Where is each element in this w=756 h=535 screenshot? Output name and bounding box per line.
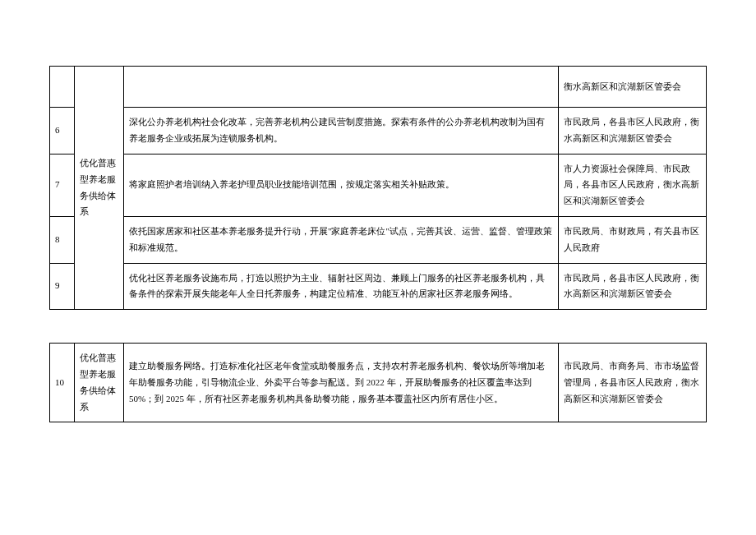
row-number: 8 bbox=[50, 216, 75, 263]
row-number: 10 bbox=[50, 344, 75, 422]
policy-table-2: 10 优化普惠型养老服务供给体系 建立助餐服务网络。打造标准化社区老年食堂或助餐… bbox=[49, 343, 707, 422]
dept-cell: 衡水高新区和滨湖新区管委会 bbox=[559, 67, 707, 108]
dept-cell: 市民政局，各县市区人民政府，衡水高新区和滨湖新区管委会 bbox=[559, 263, 707, 310]
table-row: 7 将家庭照护者培训纳入养老护理员职业技能培训范围，按规定落实相关补贴政策。 市… bbox=[50, 154, 707, 216]
row-number bbox=[50, 67, 75, 108]
row-number: 7 bbox=[50, 154, 75, 216]
dept-cell: 市民政局，各县市区人民政府，衡水高新区和滨湖新区管委会 bbox=[559, 108, 707, 155]
content-cell: 将家庭照护者培训纳入养老护理员职业技能培训范围，按规定落实相关补贴政策。 bbox=[124, 154, 559, 216]
category-cell: 优化普惠型养老服务供给体系 bbox=[75, 67, 124, 310]
dept-cell: 市民政局、市商务局、市市场监督管理局，各县市区人民政府，衡水高新区和滨湖新区管委… bbox=[559, 344, 707, 422]
content-cell bbox=[124, 67, 559, 108]
content-cell: 依托国家居家和社区基本养老服务提升行动，开展"家庭养老床位"试点，完善其设、运营… bbox=[124, 216, 559, 263]
policy-table-1: 优化普惠型养老服务供给体系 衡水高新区和滨湖新区管委会 6 深化公办养老机构社会… bbox=[49, 66, 707, 310]
content-cell: 优化社区养老服务设施布局，打造以照护为主业、辐射社区周边、兼顾上门服务的社区养老… bbox=[124, 263, 559, 310]
table-row: 10 优化普惠型养老服务供给体系 建立助餐服务网络。打造标准化社区老年食堂或助餐… bbox=[50, 344, 707, 422]
row-number: 6 bbox=[50, 108, 75, 155]
row-number: 9 bbox=[50, 263, 75, 310]
content-cell: 深化公办养老机构社会化改革，完善养老机构公建民营制度措施。探索有条件的公办养老机… bbox=[124, 108, 559, 155]
table-row: 优化普惠型养老服务供给体系 衡水高新区和滨湖新区管委会 bbox=[50, 67, 707, 108]
dept-cell: 市人力资源社会保障局、市民政局，各县市区人民政府，衡水高新区和滨湖新区管委会 bbox=[559, 154, 707, 216]
table-row: 6 深化公办养老机构社会化改革，完善养老机构公建民营制度措施。探索有条件的公办养… bbox=[50, 108, 707, 155]
table-row: 9 优化社区养老服务设施布局，打造以照护为主业、辐射社区周边、兼顾上门服务的社区… bbox=[50, 263, 707, 310]
category-cell: 优化普惠型养老服务供给体系 bbox=[75, 344, 124, 422]
table-row: 8 依托国家居家和社区基本养老服务提升行动，开展"家庭养老床位"试点，完善其设、… bbox=[50, 216, 707, 263]
content-cell: 建立助餐服务网络。打造标准化社区老年食堂或助餐服务点，支持农村养老服务机构、餐饮… bbox=[124, 344, 559, 422]
dept-cell: 市民政局、市财政局，有关县市区人民政府 bbox=[559, 216, 707, 263]
